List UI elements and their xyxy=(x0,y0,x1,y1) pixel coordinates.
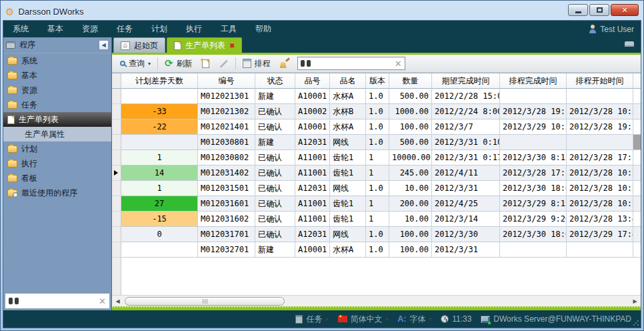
table-cell[interactable]: 1.0 xyxy=(366,89,389,104)
status-language-menu[interactable]: 简体中文 ▾ xyxy=(338,314,389,325)
scrollbar-thumb[interactable] xyxy=(125,297,285,306)
table-cell[interactable]: 1 xyxy=(366,166,389,181)
sidebar-search-input[interactable] xyxy=(19,296,99,306)
table-cell[interactable]: A11001 xyxy=(295,196,330,212)
table-row[interactable]: M012030801新建A12031网线1.0500.002012/3/31 0… xyxy=(112,135,641,150)
table-cell[interactable]: 2012/3/28 17:13 xyxy=(567,150,633,166)
table-cell[interactable]: 齿轮1 xyxy=(330,166,366,181)
table-cell[interactable]: 1 xyxy=(366,196,389,212)
tab-start-page[interactable]: ⌂ 起始页 xyxy=(113,37,165,53)
column-header[interactable]: 排程完成时间 xyxy=(500,73,567,89)
column-header[interactable]: 期望完成时间 xyxy=(432,73,500,89)
table-cell[interactable] xyxy=(500,135,567,150)
table-cell[interactable]: M012031601 xyxy=(198,196,255,212)
table-cell[interactable] xyxy=(567,89,633,104)
table-cell[interactable]: 齿轮1 xyxy=(330,150,366,166)
table-cell[interactable]: 网线 xyxy=(330,227,366,242)
edit-button[interactable] xyxy=(216,61,231,66)
table-cell[interactable]: 1.0 xyxy=(366,181,389,196)
table-cell[interactable]: M012031701 xyxy=(198,227,255,242)
font-dropdown-icon[interactable]: ▾ xyxy=(429,316,431,322)
table-cell[interactable]: A11001 xyxy=(295,166,330,181)
row-selector[interactable] xyxy=(112,181,121,196)
row-selector[interactable] xyxy=(112,89,121,104)
table-cell[interactable]: 0 xyxy=(121,227,198,242)
table-cell[interactable]: M012031501 xyxy=(198,181,255,196)
table-cell[interactable] xyxy=(567,135,633,150)
sidebar-item-basic[interactable]: 基本 xyxy=(3,68,111,83)
status-task-menu[interactable]: 任务 ▾ xyxy=(295,314,328,325)
sidebar-collapse-button[interactable]: ◀ xyxy=(99,40,109,50)
table-cell[interactable]: 10.00 xyxy=(389,212,432,227)
table-cell[interactable]: 1.0 xyxy=(366,104,389,119)
table-cell[interactable]: 27 xyxy=(121,196,198,212)
table-cell[interactable]: 已确认 xyxy=(255,181,295,196)
table-cell[interactable]: 1 xyxy=(121,181,198,196)
language-dropdown-icon[interactable]: ▾ xyxy=(386,316,389,322)
clean-button[interactable] xyxy=(277,57,293,69)
table-cell[interactable] xyxy=(633,104,641,119)
table-cell[interactable]: 14 xyxy=(121,166,198,181)
table-cell[interactable]: M012030801 xyxy=(198,135,255,150)
table-cell[interactable] xyxy=(500,89,567,104)
table-cell[interactable]: 水杯A xyxy=(330,89,366,104)
table-cell[interactable]: 2012/3/28 10:52 xyxy=(567,196,633,212)
titlebar[interactable]: ⚙ Darsson DWorks ✕ xyxy=(3,3,641,20)
table-cell[interactable]: 1 xyxy=(366,212,389,227)
table-cell[interactable] xyxy=(121,135,198,150)
table-cell[interactable]: 网线 xyxy=(330,181,366,196)
row-selector[interactable] xyxy=(112,227,121,242)
tab-close-icon[interactable]: ✖ xyxy=(229,42,235,49)
table-row[interactable]: M012021301新建A10001水杯A1.0500.002012/2/28 … xyxy=(112,89,641,104)
scroll-left-button[interactable]: ◀ xyxy=(112,296,123,306)
table-cell[interactable]: M012031402 xyxy=(198,166,255,181)
table-cell[interactable]: 2012/3/30 xyxy=(432,227,500,242)
table-cell[interactable]: 2012/2/24 8:00 xyxy=(432,104,500,119)
table-cell[interactable]: 已确认 xyxy=(255,212,295,227)
sidebar-item-resource[interactable]: 资源 xyxy=(3,83,111,97)
sidebar-search-clear-icon[interactable]: ✕ xyxy=(99,296,106,306)
menu-tools[interactable]: 工具 xyxy=(211,21,246,37)
table-cell[interactable]: 2012/3/31 xyxy=(432,181,500,196)
table-cell[interactable]: A11001 xyxy=(295,150,330,166)
query-dropdown-icon[interactable]: ▾ xyxy=(148,61,151,67)
table-cell[interactable]: 2012/3/30 18:00 xyxy=(500,227,567,242)
table-cell[interactable]: 2012/4/11 xyxy=(432,166,500,181)
table-cell[interactable]: 2012/3/29 9:20 xyxy=(500,212,567,227)
table-cell[interactable]: 2012/3/28 13:40 xyxy=(567,212,633,227)
table-cell[interactable]: 2012/2/28 15:00 xyxy=(432,89,500,104)
table-cell[interactable]: A11001 xyxy=(295,212,330,227)
status-font-menu[interactable]: A: 字体 ▾ xyxy=(398,314,432,325)
table-cell[interactable] xyxy=(633,181,641,196)
table-cell[interactable]: 500.00 xyxy=(389,89,432,104)
menu-plan[interactable]: 计划 xyxy=(142,21,177,37)
table-cell[interactable]: M012021401 xyxy=(198,119,255,135)
table-cell[interactable]: 2012/4/25 xyxy=(432,196,500,212)
user-area[interactable]: Test User xyxy=(589,25,641,34)
table-cell[interactable]: 已确认 xyxy=(255,119,295,135)
task-dropdown-icon[interactable]: ▾ xyxy=(325,316,328,322)
row-selector[interactable] xyxy=(112,196,121,212)
row-selector[interactable] xyxy=(112,166,121,181)
table-cell[interactable] xyxy=(633,196,641,212)
table-cell[interactable]: 水杯B xyxy=(330,104,366,119)
pin-icon[interactable] xyxy=(625,41,634,47)
table-cell[interactable]: -33 xyxy=(121,104,198,119)
maximize-button[interactable] xyxy=(589,4,609,16)
menu-basic[interactable]: 基本 xyxy=(38,21,73,37)
table-cell[interactable]: 10000.00 xyxy=(389,150,432,166)
table-cell[interactable]: 齿轮1 xyxy=(330,196,366,212)
sidebar-item-production-order-list[interactable]: 生产单列表 xyxy=(3,112,111,127)
table-cell[interactable]: M012021301 xyxy=(198,89,255,104)
menu-task[interactable]: 任务 xyxy=(107,21,142,37)
table-cell[interactable]: 2012/3/7 xyxy=(432,119,500,135)
row-selector[interactable] xyxy=(112,135,121,150)
table-row[interactable]: -33M012021302已确认A10002水杯B1.01000.002012/… xyxy=(112,104,641,119)
table-cell[interactable]: M012030802 xyxy=(198,150,255,166)
table-cell[interactable]: 100.00 xyxy=(389,227,432,242)
close-button[interactable]: ✕ xyxy=(611,4,639,16)
table-cell[interactable]: 2012/3/28 17:13 xyxy=(500,166,567,181)
resize-grip[interactable] xyxy=(633,320,639,326)
schedule-button[interactable]: 排程 xyxy=(240,57,273,71)
table-row[interactable]: -15M012031602已确认A11001齿轮1110.002012/3/14… xyxy=(112,212,641,227)
